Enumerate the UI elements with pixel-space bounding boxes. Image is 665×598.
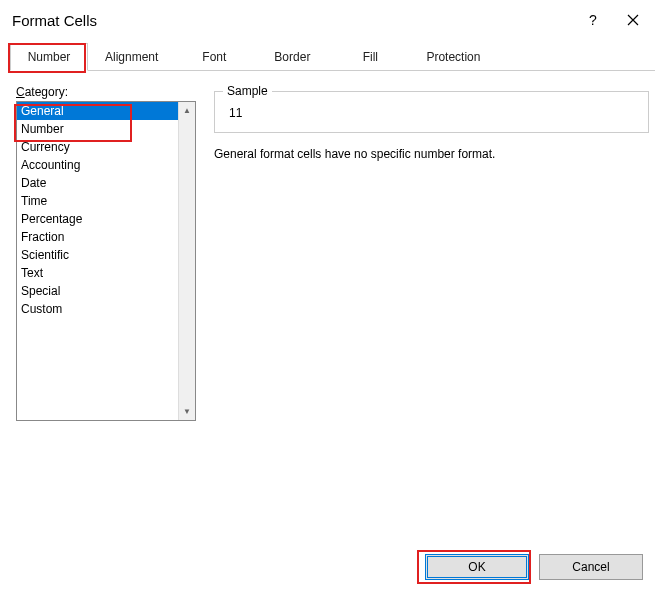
format-description: General format cells have no specific nu… xyxy=(214,147,649,161)
tab-protection[interactable]: Protection xyxy=(409,43,497,71)
category-label: Category: xyxy=(16,85,196,99)
category-item-date[interactable]: Date xyxy=(17,174,178,192)
category-item-time[interactable]: Time xyxy=(17,192,178,210)
ok-button[interactable]: OK xyxy=(425,554,529,580)
tab-fill[interactable]: Fill xyxy=(331,43,409,71)
dialog-footer: OK Cancel xyxy=(425,554,643,580)
tab-strip: Number Alignment Font Border Fill Protec… xyxy=(10,42,655,71)
category-item-currency[interactable]: Currency xyxy=(17,138,178,156)
category-item-fraction[interactable]: Fraction xyxy=(17,228,178,246)
category-item-number[interactable]: Number xyxy=(17,120,178,138)
help-button[interactable]: ? xyxy=(573,6,613,34)
tab-alignment[interactable]: Alignment xyxy=(88,43,175,71)
cancel-button[interactable]: Cancel xyxy=(539,554,643,580)
category-item-special[interactable]: Special xyxy=(17,282,178,300)
category-scrollbar[interactable]: ▲ ▼ xyxy=(178,102,195,420)
scroll-up-icon[interactable]: ▲ xyxy=(179,102,195,119)
sample-value: 11 xyxy=(225,102,638,120)
sample-legend: Sample xyxy=(223,84,272,98)
category-item-custom[interactable]: Custom xyxy=(17,300,178,318)
close-icon xyxy=(627,14,639,26)
dialog-content: Category: General Number Currency Accoun… xyxy=(0,71,665,421)
tab-number[interactable]: Number xyxy=(10,43,88,71)
category-item-text[interactable]: Text xyxy=(17,264,178,282)
scroll-track[interactable] xyxy=(179,119,195,403)
category-item-scientific[interactable]: Scientific xyxy=(17,246,178,264)
scroll-down-icon[interactable]: ▼ xyxy=(179,403,195,420)
dialog-title: Format Cells xyxy=(12,12,573,29)
sample-group: Sample 11 xyxy=(214,91,649,133)
detail-column: Sample 11 General format cells have no s… xyxy=(214,85,649,421)
tab-border[interactable]: Border xyxy=(253,43,331,71)
category-item-general[interactable]: General xyxy=(17,102,178,120)
category-item-percentage[interactable]: Percentage xyxy=(17,210,178,228)
category-list-items: General Number Currency Accounting Date … xyxy=(17,102,178,420)
titlebar: Format Cells ? xyxy=(0,0,665,36)
close-button[interactable] xyxy=(613,6,653,34)
tab-font[interactable]: Font xyxy=(175,43,253,71)
category-listbox[interactable]: General Number Currency Accounting Date … xyxy=(16,101,196,421)
category-column: Category: General Number Currency Accoun… xyxy=(16,85,196,421)
category-item-accounting[interactable]: Accounting xyxy=(17,156,178,174)
